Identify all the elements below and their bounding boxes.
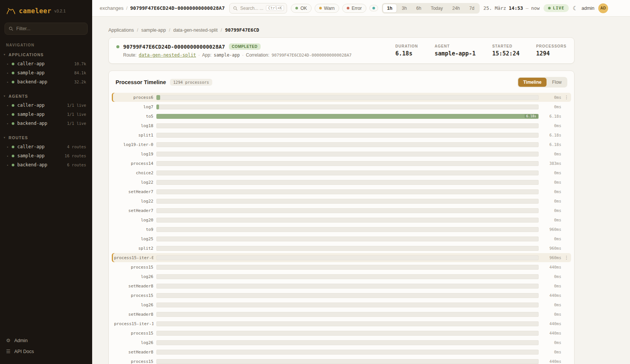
filter-pill-error[interactable]: Error [342, 4, 366, 13]
duration-bar [156, 95, 160, 100]
breadcrumb-exchanges[interactable]: exchanges [100, 5, 124, 11]
timeline-row-choice2[interactable]: choice2 0ms ⋮ [112, 168, 571, 177]
timeline-row-process15[interactable]: process15 440ms ⋮ [112, 263, 571, 272]
user-menu[interactable]: admin [582, 6, 594, 11]
timeline-row-process14[interactable]: process14 383ms ⋮ [112, 159, 571, 168]
timeline-row-setHeader8[interactable]: setHeader8 0ms ⋮ [112, 347, 571, 356]
timeline-row-log26[interactable]: log26 0ms ⋮ [112, 300, 571, 309]
timeline-header: Processor Timeline 1294 processors Timel… [109, 77, 574, 93]
sidebar-item-backend-app[interactable]: ▸ backend-app 1/1 live [0, 119, 92, 128]
timeline-row-setHeader7[interactable]: setHeader7 0ms ⋮ [112, 187, 571, 196]
sidebar-filter-input[interactable]: Filter... [5, 23, 88, 35]
timeline-row-split1[interactable]: split1 6.18s ⋮ [112, 131, 571, 140]
now-label: now [531, 5, 540, 11]
timeline-row-process6[interactable]: process6 0ms ⋮ [112, 93, 571, 102]
filter-pill-ok[interactable]: OK [291, 4, 311, 13]
breadcrumb-sample-app[interactable]: sample-app [141, 28, 166, 33]
timeline-row-log25[interactable]: log25 0ms ⋮ [112, 234, 571, 243]
filter-pill-extra[interactable] [369, 5, 378, 11]
sidebar-item-sample-app[interactable]: ▸ sample-app 1/1 live [0, 110, 92, 119]
timeline-row-log18[interactable]: log18 0ms ⋮ [112, 121, 571, 130]
main-area: Applications/sample-app/data-gen-nested-… [92, 17, 630, 364]
processor-name: log22 [114, 199, 153, 204]
breadcrumb-90799F47E6CD: 90799F47E6CD [225, 27, 259, 33]
timeline-track [156, 161, 539, 166]
timeline-row-log26[interactable]: log26 0ms ⋮ [112, 338, 571, 347]
status-badge: COMPLETED [229, 43, 261, 50]
filter-pill-label: Error [352, 6, 362, 11]
timeline-row-log7[interactable]: log7 0ms ⋮ [112, 102, 571, 111]
range-3h[interactable]: 3h [397, 4, 411, 13]
sidebar-section: ▾ ROUTES ▸ caller-app 4 routes ▸ sample-… [0, 134, 92, 169]
search-icon [233, 6, 238, 11]
range-today[interactable]: Today [426, 4, 447, 13]
avatar[interactable]: AD [598, 3, 608, 13]
timeline-row-process15[interactable]: process15 440ms ⋮ [112, 329, 571, 338]
live-dot-icon [548, 7, 551, 9]
tab-flow[interactable]: Flow [547, 78, 567, 87]
sidebar-section-header[interactable]: ▾ APPLICATIONS [0, 51, 92, 59]
route-link[interactable]: data-gen-nested-split [139, 52, 196, 58]
timeline-row-setHeader7[interactable]: setHeader7 0ms ⋮ [112, 206, 571, 215]
sidebar-footer-label: Admin [14, 338, 28, 343]
range-1h[interactable]: 1h [383, 4, 397, 13]
breadcrumb-Applications[interactable]: Applications [108, 28, 134, 33]
timeline-row-process15[interactable]: process15 440ms ⋮ [112, 291, 571, 300]
timeline-row-setHeader8[interactable]: setHeader8 0ms ⋮ [112, 281, 571, 290]
sidebar-footer-label: API Docs [14, 349, 34, 354]
timeline-row-to5[interactable]: to5 6.18s 6.18s ⋮ [112, 112, 571, 121]
range-24h[interactable]: 24h [448, 4, 464, 13]
timeline-row-process15-iter-1[interactable]: process15-iter-1 440ms ⋮ [112, 319, 571, 328]
timeline-row-split2[interactable]: split2 960ms ⋮ [112, 244, 571, 253]
processor-name: log26 [114, 274, 153, 279]
timeline-row-log22[interactable]: log22 0ms ⋮ [112, 197, 571, 206]
row-menu-icon[interactable]: ⋮ [564, 255, 569, 260]
duration-bar [156, 104, 159, 109]
timeline-row-log19-iter-0[interactable]: log19-iter-0 6.18s ⋮ [112, 140, 571, 149]
processor-name: process15 [114, 331, 153, 336]
exchange-status-dot-icon [116, 45, 119, 48]
timeline-track [156, 104, 539, 109]
timeline-row-log19[interactable]: log19 0ms ⋮ [112, 149, 571, 158]
breadcrumb-data-gen-nested-split[interactable]: data-gen-nested-split [173, 28, 218, 33]
timeline-row-log20[interactable]: log20 0ms ⋮ [112, 215, 571, 224]
timeline-row-process15[interactable]: process15 440ms ⋮ [112, 357, 571, 364]
sidebar-item-api-docs[interactable]: ☰ API Docs [6, 349, 86, 354]
nav-label: NAVIGATION [0, 40, 92, 51]
timeline-track [156, 152, 539, 157]
timeline-track [156, 303, 539, 307]
app-version: v3.2.1 [54, 9, 66, 13]
sidebar-section-header[interactable]: ▾ AGENTS [0, 92, 92, 101]
timeline-row-to9[interactable]: to9 960ms ⋮ [112, 225, 571, 234]
timeline-row-log22[interactable]: log22 0ms ⋮ [112, 178, 571, 187]
timeline-row-process15-iter-0[interactable]: process15-iter-0 960ms ⋮ [112, 253, 571, 262]
processor-name: split1 [114, 133, 153, 138]
sidebar-item-caller-app[interactable]: ▸ caller-app 4 routes [0, 142, 92, 151]
live-toggle[interactable]: LIVE [544, 4, 569, 12]
range-6h[interactable]: 6h [412, 4, 426, 13]
sidebar-item-backend-app[interactable]: ▸ backend-app 32.2k [0, 77, 92, 86]
timeline-track [156, 189, 539, 194]
duration-value: 0ms [542, 152, 561, 156]
sidebar-item-caller-app[interactable]: ▸ caller-app 10.7k [0, 59, 92, 68]
row-menu-icon[interactable]: ⋮ [564, 95, 569, 100]
sidebar-item-admin[interactable]: ⚙ Admin [6, 338, 86, 343]
processor-name: process15-iter-1 [114, 321, 153, 326]
timeline-row-log26[interactable]: log26 0ms ⋮ [112, 272, 571, 281]
range-7d[interactable]: 7d [465, 4, 479, 13]
duration-value: 0ms [542, 274, 561, 279]
duration-value: 440ms [542, 359, 561, 364]
dark-mode-toggle-icon[interactable]: ☾ [573, 5, 578, 12]
search-input[interactable]: Search... ... Ctrl+K [229, 3, 287, 14]
tab-timeline[interactable]: Timeline [518, 78, 546, 87]
filter-pill-warn[interactable]: Warn [315, 4, 339, 13]
meta-separator: · [242, 52, 244, 58]
timeline-row-setHeader8[interactable]: setHeader8 0ms ⋮ [112, 310, 571, 319]
timeline-title: Processor Timeline [116, 79, 166, 85]
sidebar-item-sample-app[interactable]: ▸ sample-app 16 routes [0, 151, 92, 160]
sidebar-item-backend-app[interactable]: ▸ backend-app 6 routes [0, 160, 92, 169]
sidebar-item-sample-app[interactable]: ▸ sample-app 84.1k [0, 68, 92, 77]
sidebar-section-header[interactable]: ▾ ROUTES [0, 134, 92, 142]
sidebar-item-caller-app[interactable]: ▸ caller-app 1/1 live [0, 101, 92, 110]
stat-value: 6.18s [395, 50, 418, 57]
